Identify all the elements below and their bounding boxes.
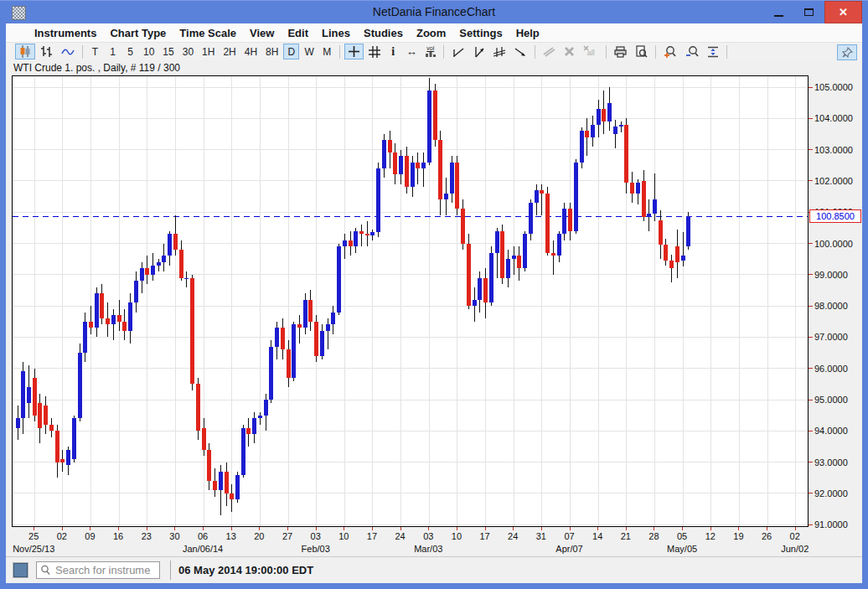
print-preview-button[interactable]: [632, 44, 651, 59]
x-tick-mark: [541, 527, 542, 530]
menu-item-zoom[interactable]: Zoom: [410, 25, 452, 41]
print-button[interactable]: [611, 44, 630, 59]
crosshair-button[interactable]: [344, 44, 364, 59]
x-axis-label: 13: [219, 531, 244, 541]
x-tick-mark: [344, 527, 344, 530]
search-input[interactable]: [54, 563, 152, 577]
x-axis-label: 30: [162, 531, 187, 541]
timeframe-button-4H[interactable]: 4H: [241, 44, 261, 59]
x-tick-mark: [570, 527, 571, 530]
delete-all-lines-button[interactable]: all: [580, 44, 602, 59]
y-axis-tick: 96.0000: [809, 363, 848, 375]
chart-plot-area[interactable]: [12, 75, 809, 527]
ohlc-bar-chart-button[interactable]: [37, 44, 56, 59]
x-axis-label: 24: [500, 531, 525, 541]
timeframe-button-M[interactable]: M: [319, 44, 335, 59]
timeframe-button-8H[interactable]: 8H: [262, 44, 282, 59]
grid-button[interactable]: [365, 44, 384, 59]
pin-button[interactable]: [837, 44, 857, 60]
x-axis-month-label: May/05: [653, 544, 711, 554]
timeframe-button-2H[interactable]: 2H: [220, 44, 239, 59]
y-axis-tick: 92.0000: [809, 488, 848, 499]
menu-item-instruments[interactable]: Instruments: [28, 25, 103, 41]
menu-item-studies[interactable]: Studies: [357, 25, 410, 41]
toolbar-separator: [443, 45, 444, 59]
ray-button[interactable]: [511, 44, 530, 59]
y-axis-label: 98.0000: [814, 301, 848, 311]
y-axis-tick: 97.0000: [809, 331, 848, 343]
volume-button[interactable]: vol: [422, 44, 439, 59]
edit-lines-button[interactable]: [540, 44, 559, 59]
trend-line-button[interactable]: [448, 44, 468, 59]
menu-item-time-scale[interactable]: Time Scale: [173, 25, 243, 41]
x-tick-mark: [626, 527, 627, 530]
instrument-color-swatch[interactable]: [13, 563, 28, 577]
y-tick-mark: [809, 431, 813, 431]
zoom-out-icon: [685, 45, 699, 58]
line-chart-icon: [61, 47, 75, 57]
x-tick-mark: [738, 527, 739, 530]
timeframe-button-5[interactable]: 5: [122, 44, 138, 59]
maximize-button[interactable]: [794, 1, 823, 23]
menu-item-help[interactable]: Help: [509, 25, 546, 41]
candlestick-chart-button[interactable]: [15, 44, 35, 59]
x-tick-mark: [513, 527, 514, 530]
x-tick-mark: [400, 527, 401, 530]
x-axis-label: 03: [416, 531, 441, 541]
minimize-button[interactable]: [764, 1, 793, 23]
info-icon: i: [391, 46, 395, 58]
close-button[interactable]: ✕: [824, 1, 862, 23]
timeframe-button-15[interactable]: 15: [159, 44, 177, 59]
delete-line-button[interactable]: [561, 44, 578, 59]
line-chart-button[interactable]: [58, 44, 78, 59]
y-axis-tick: 93.0000: [809, 457, 848, 468]
timeframe-button-30[interactable]: 30: [179, 44, 197, 59]
x-tick-mark: [428, 527, 429, 530]
price-axis[interactable]: 105.0000104.0000103.0000102.0000101.0000…: [809, 75, 862, 527]
zoom-in-button[interactable]: [660, 44, 680, 59]
y-tick-mark: [809, 493, 813, 493]
x-axis-label: 09: [77, 531, 102, 541]
timeframe-button-D[interactable]: D: [283, 44, 299, 59]
parallel-channel-icon: [493, 46, 506, 58]
y-axis-label: 96.0000: [814, 364, 848, 374]
timeframe-button-1[interactable]: 1: [105, 44, 121, 59]
x-axis-label: 23: [134, 531, 159, 541]
horizontal-scroll-button[interactable]: ↔: [403, 44, 421, 59]
timeframe-button-W[interactable]: W: [301, 44, 317, 59]
y-axis-label: 95.0000: [814, 395, 848, 405]
search-box[interactable]: [36, 561, 160, 579]
print-icon: [614, 46, 627, 58]
menu-item-settings[interactable]: Settings: [452, 25, 509, 41]
menu-item-chart-type[interactable]: Chart Type: [103, 25, 173, 41]
menu-item-lines[interactable]: Lines: [315, 25, 357, 41]
x-axis-label: 06: [190, 531, 215, 541]
timeframe-button-10[interactable]: 10: [140, 44, 158, 59]
y-axis-label: 105.0000: [814, 82, 853, 92]
timeframe-button-1H[interactable]: 1H: [199, 44, 218, 59]
y-tick-mark: [809, 337, 813, 338]
y-tick-mark: [809, 118, 813, 119]
timeframe-button-T[interactable]: T: [87, 44, 103, 59]
toolbar: T151015301H2H4H8HDWM i: [6, 42, 862, 61]
y-axis-tick: 94.0000: [809, 425, 848, 437]
fit-vertical-button[interactable]: [704, 44, 722, 59]
x-axis-label: 20: [246, 531, 271, 541]
info-button[interactable]: i: [385, 44, 401, 59]
parallel-channel-button[interactable]: [490, 44, 509, 59]
menu-item-view[interactable]: View: [243, 25, 281, 41]
y-axis-label: 104.0000: [814, 113, 853, 123]
x-tick-mark: [203, 527, 204, 530]
current-price-tag: 100.8500: [809, 209, 861, 223]
pin-icon: [842, 47, 853, 58]
minimize-icon: [774, 15, 783, 17]
vertical-line-button[interactable]: [469, 44, 488, 59]
y-axis-label: 97.0000: [814, 332, 848, 342]
zoom-out-button[interactable]: [682, 44, 702, 59]
x-tick-mark: [485, 527, 486, 530]
y-axis-tick: 100.0000: [809, 238, 853, 250]
title-bar[interactable]: NetDania FinanceChart ✕: [0, 0, 868, 23]
menu-item-edit[interactable]: Edit: [281, 25, 315, 41]
toolbar-separator: [535, 45, 535, 59]
toolbar-separator: [655, 45, 656, 59]
